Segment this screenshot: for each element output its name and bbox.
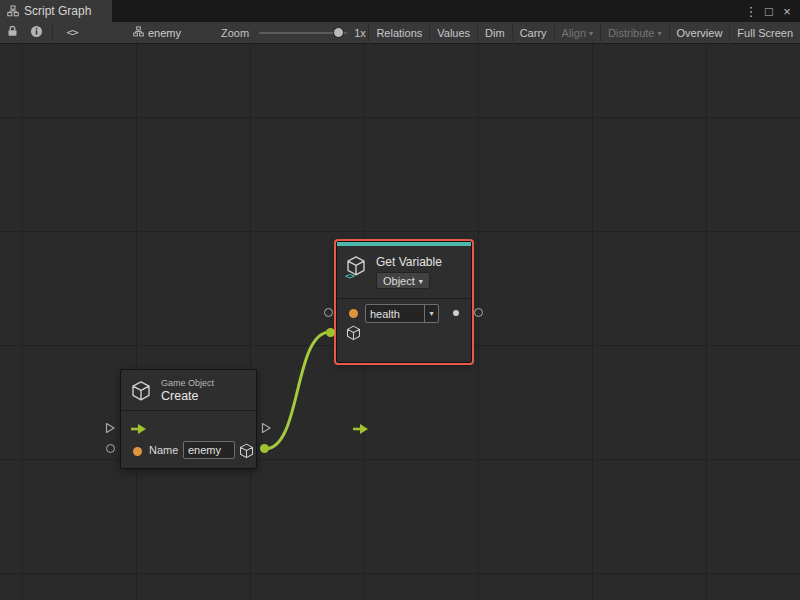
flow-input-arrow-icon[interactable]: [130, 421, 147, 433]
graph-name: enemy: [148, 27, 181, 39]
chevron-down-icon: ▾: [589, 30, 593, 38]
close-button[interactable]: ×: [778, 0, 796, 22]
code-icon: <>: [66, 26, 77, 39]
code-view-button[interactable]: <>: [57, 22, 87, 44]
zoom-label: Zoom: [221, 27, 249, 39]
get-variable-icon: <>: [346, 255, 368, 279]
info-button[interactable]: [24, 22, 48, 44]
create-object-output-port[interactable]: [260, 444, 269, 453]
flow-output-port[interactable]: [260, 420, 272, 432]
value-output-indicator[interactable]: [453, 310, 459, 316]
node-create-game-object[interactable]: Game Object Create Name: [120, 369, 257, 469]
node-title: Get Variable: [376, 255, 442, 269]
game-object-output-icon[interactable]: [239, 443, 254, 459]
game-object-icon: [131, 380, 151, 402]
name-value-port[interactable]: [133, 447, 142, 456]
graph-toolbar: <> enemy Zoom 1x Relations: [0, 22, 800, 44]
tab-script-graph[interactable]: Script Graph: [0, 0, 112, 22]
node-title: Create: [161, 389, 199, 403]
values-button[interactable]: Values: [429, 22, 477, 44]
zoom-slider-knob[interactable]: [333, 27, 344, 38]
titlebar: Script Graph ⋮ □ ×: [0, 0, 800, 22]
relations-button[interactable]: Relations: [368, 22, 429, 44]
toolbar-separator: [52, 25, 53, 41]
node-divider: [337, 298, 471, 299]
lock-icon: [7, 25, 18, 40]
distribute-button[interactable]: Distribute ▾: [600, 22, 668, 44]
node-divider: [121, 410, 256, 411]
chevron-down-icon: ▾: [419, 278, 423, 286]
get-variable-value-output-port[interactable]: [474, 308, 483, 317]
variable-name-input[interactable]: [366, 305, 424, 322]
flow-input-port[interactable]: [104, 420, 116, 432]
toolbar-button-group: Relations Values Dim Carry Align ▾ Distr…: [368, 22, 800, 44]
node-category: Game Object: [161, 378, 214, 388]
align-button[interactable]: Align ▾: [554, 22, 600, 44]
node-accent-bar: [337, 242, 471, 246]
script-graph-window: Script Graph ⋮ □ ×: [0, 0, 800, 600]
maximize-button[interactable]: □: [760, 0, 778, 22]
variable-name-combo: ▾: [365, 304, 439, 323]
full-screen-button[interactable]: Full Screen: [729, 22, 800, 44]
node-get-variable[interactable]: <> Get Variable Object ▾ ▾: [336, 241, 472, 363]
flow-output-arrow-icon[interactable]: [352, 421, 369, 433]
titlebar-drag-area[interactable]: [112, 0, 742, 22]
name-label: Name: [149, 444, 178, 456]
tab-label: Script Graph: [24, 4, 91, 18]
graph-canvas[interactable]: <> Get Variable Object ▾ ▾: [0, 44, 800, 600]
info-icon: [30, 25, 43, 41]
name-input[interactable]: [183, 441, 235, 459]
zoom-slider[interactable]: [259, 22, 347, 44]
graph-breadcrumb[interactable]: enemy: [133, 26, 181, 39]
get-variable-name-input-port[interactable]: [324, 308, 333, 317]
get-variable-object-input-port[interactable]: [326, 328, 335, 337]
overview-button[interactable]: Overview: [669, 22, 730, 44]
chevron-down-icon: ▾: [658, 30, 662, 38]
graph-icon: [7, 5, 19, 17]
variable-name-port[interactable]: [349, 309, 358, 318]
create-name-input-port[interactable]: [106, 444, 115, 453]
variable-scope-dropdown[interactable]: Object ▾: [376, 272, 430, 289]
dim-button[interactable]: Dim: [477, 22, 512, 44]
window-menu-button[interactable]: ⋮: [742, 0, 760, 22]
code-icon: <>: [345, 271, 354, 281]
chevron-down-icon[interactable]: ▾: [424, 305, 438, 322]
zoom-value: 1x: [354, 27, 366, 39]
carry-button[interactable]: Carry: [512, 22, 554, 44]
lock-button[interactable]: [0, 22, 24, 44]
object-input-icon[interactable]: [346, 325, 361, 341]
script-graph-icon: [133, 26, 144, 39]
